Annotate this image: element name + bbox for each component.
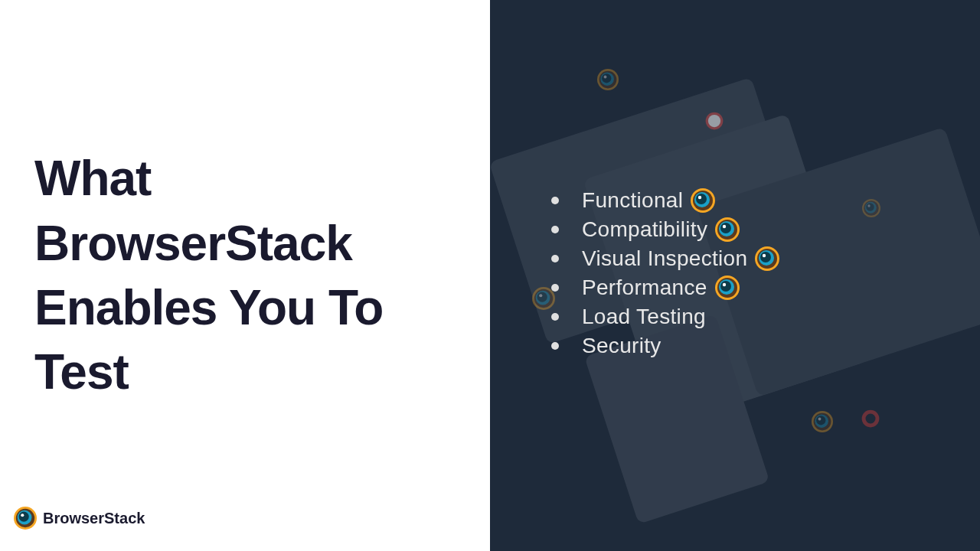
right-panel: Functional Compatibility Visual Inspecti… xyxy=(490,0,980,551)
list-item: Security xyxy=(551,334,779,358)
browserstack-badge-icon xyxy=(691,188,715,213)
brand-footer: BrowserStack xyxy=(14,507,145,530)
list-item: Functional xyxy=(551,188,779,213)
list-item: Visual Inspection xyxy=(551,246,779,271)
list-item: Compatibility xyxy=(551,217,779,242)
feature-label: Load Testing xyxy=(582,305,706,329)
bullet-icon xyxy=(551,255,559,262)
decorative-browser-icon xyxy=(861,409,880,429)
decorative-browser-icon xyxy=(812,411,833,432)
bullet-icon xyxy=(551,197,559,204)
decorative-browser-icon xyxy=(597,69,619,90)
brand-name: BrowserStack xyxy=(43,510,145,527)
svg-point-10 xyxy=(708,115,720,127)
decorative-browser-icon xyxy=(862,199,880,217)
feature-label: Functional xyxy=(582,188,683,213)
browserstack-badge-icon xyxy=(715,276,740,300)
bullet-icon xyxy=(551,226,559,233)
browserstack-logo-icon xyxy=(14,507,37,530)
decorative-browser-icon xyxy=(704,111,724,131)
bullet-icon xyxy=(551,342,559,350)
page-title: What BrowserStack Enables You To Test xyxy=(34,146,456,405)
browserstack-badge-icon xyxy=(755,246,779,271)
feature-label: Security xyxy=(582,334,662,358)
features-list: Functional Compatibility Visual Inspecti… xyxy=(490,188,779,363)
list-item: Performance xyxy=(551,276,779,300)
feature-label: Visual Inspection xyxy=(582,246,747,271)
feature-label: Compatibility xyxy=(582,217,707,242)
feature-label: Performance xyxy=(582,276,707,300)
browserstack-badge-icon xyxy=(715,217,740,242)
left-panel: What BrowserStack Enables You To Test Br… xyxy=(0,0,490,551)
bullet-icon xyxy=(551,313,559,321)
bullet-icon xyxy=(551,284,559,292)
list-item: Load Testing xyxy=(551,305,779,329)
svg-point-12 xyxy=(866,414,876,424)
